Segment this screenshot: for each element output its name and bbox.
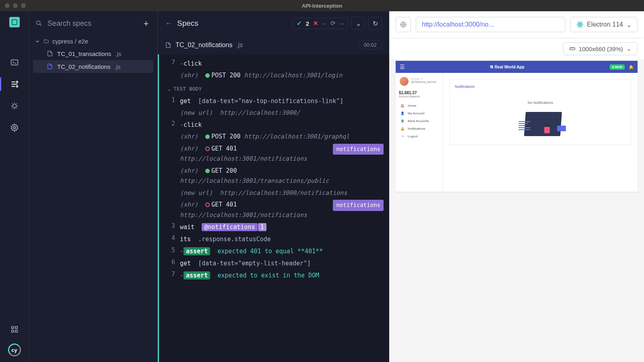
window-close-icon[interactable] — [5, 3, 10, 8]
log-newurl-row[interactable]: (new url) http://localhost:3000/ — [159, 107, 389, 119]
alias-badge: notifications — [333, 144, 384, 155]
spec-duration: 00:02 — [358, 40, 382, 50]
check-icon: ✓ — [297, 20, 302, 27]
log-xhr-row[interactable]: (xhr) POST 200 http://localhost:3001/log… — [159, 70, 389, 82]
browser-selector[interactable]: Electron 114 ⌄ — [570, 17, 638, 32]
aut-handle: @Katharina_Bernier — [411, 81, 437, 83]
window-title: API-Interception — [302, 3, 342, 9]
aut-sidebar: Edgar J @Katharina_Bernier $1,681.37 Acc… — [396, 73, 443, 192]
spec-file-item[interactable]: TC_02_notifications.js — [33, 60, 153, 73]
log-xhr-row[interactable]: (xhr) GET 200 http://localhost:3001/tran… — [159, 165, 389, 187]
svg-point-12 — [580, 24, 581, 25]
settings-nav-icon[interactable] — [9, 122, 20, 133]
log-command-row[interactable]: 3wait @notifications1 — [159, 221, 389, 233]
chevron-down-icon — [35, 39, 40, 44]
aut-header: ☰ ⧉Real World App $ NEW 🔔 — [396, 61, 638, 73]
nav-item-icon: 🏠 — [400, 104, 405, 108]
nav-item-icon: 👤 — [400, 112, 405, 115]
aut-frame[interactable]: ☰ ⧉Real World App $ NEW 🔔 Edgar J @Katha… — [396, 61, 638, 192]
log-xhr-row[interactable]: notifications(xhr) GET 401 http://localh… — [159, 199, 389, 221]
file-icon — [47, 63, 53, 70]
log-command-row[interactable]: 4its .response.statusCode — [159, 233, 389, 245]
aut-url[interactable]: http://localhost:3000/no... — [416, 17, 566, 32]
hamburger-icon[interactable]: ☰ — [400, 64, 405, 70]
ruler-icon — [569, 46, 576, 52]
nav-item-icon: 🏦 — [400, 119, 405, 123]
log-command-row[interactable]: 6get [data-test="empty-list-header"] — [159, 257, 389, 269]
svg-point-1 — [16, 81, 18, 83]
aut-balance: $1,681.37 — [399, 91, 440, 95]
nav-item-label: Home — [408, 104, 416, 108]
viewport-selector[interactable]: 1000x660 (39%) ⌄ — [563, 42, 638, 55]
svg-point-11 — [402, 24, 405, 26]
log-command-row[interactable]: 2-click — [159, 119, 389, 131]
nav-item-label: My Account — [408, 112, 424, 115]
log-step-num: 5 — [168, 246, 175, 256]
aut-notifications-card: Notifications No Notifications — [450, 79, 631, 145]
svg-rect-8 — [15, 330, 17, 333]
log-xhr-row[interactable]: notifications(xhr) GET 401 http://localh… — [159, 143, 389, 165]
spec-file-item[interactable]: TC_01_transactions.js — [33, 47, 153, 60]
svg-point-3 — [12, 104, 16, 108]
keyboard-icon[interactable] — [9, 324, 20, 335]
debug-nav-icon[interactable] — [9, 101, 20, 111]
folder-icon — [43, 39, 49, 44]
nav-item-icon: ↪ — [400, 134, 405, 138]
nav-item-label: Notifications — [408, 127, 425, 130]
project-logo-icon[interactable] — [9, 17, 20, 27]
svg-rect-7 — [11, 330, 14, 333]
log-section-header[interactable]: ⌄ TEST BODY — [159, 82, 389, 95]
aut-nav-item[interactable]: 👤My Account — [399, 110, 440, 117]
svg-point-4 — [13, 126, 16, 129]
svg-point-2 — [16, 86, 18, 87]
log-command-row[interactable]: 1get [data-test="nav-top-notifications-l… — [159, 95, 389, 107]
chevron-down-button[interactable]: ⌄ — [351, 17, 365, 30]
aut-username: Edgar J — [411, 77, 437, 81]
specs-nav-icon[interactable] — [9, 57, 20, 68]
aut-empty-text: No Notifications — [455, 101, 626, 105]
nav-item-label: Logout — [408, 134, 417, 138]
avatar[interactable] — [400, 77, 409, 86]
cypress-logo-icon[interactable]: cy — [8, 343, 21, 356]
viewport-label: 1000x660 (39%) — [579, 46, 623, 52]
aut-nav-item[interactable]: 🏠Home — [399, 102, 440, 110]
svg-rect-5 — [11, 327, 14, 329]
spec-search-input[interactable]: Search specs — [47, 19, 136, 28]
x-icon: ✕ — [313, 20, 318, 27]
command-log[interactable]: 7-click(xhr) POST 200 http://localhost:3… — [158, 54, 389, 362]
window-max-icon[interactable] — [21, 3, 26, 8]
nav-item-label: Bank Accounts — [408, 119, 429, 123]
chevron-down-icon: ⌄ — [168, 86, 171, 92]
aut-new-button[interactable]: $ NEW — [610, 64, 625, 70]
spec-file-name: TC_02_notifications — [57, 63, 111, 70]
runs-nav-icon[interactable] — [9, 79, 20, 89]
aut-nav-item[interactable]: 🏦Bank Accounts — [399, 117, 440, 125]
aut-nav-item[interactable]: ↪Logout — [399, 132, 440, 140]
log-step-num: 4 — [168, 234, 175, 244]
spec-sidebar: Search specs + cypress / e2e TC_01_trans… — [29, 11, 158, 362]
window-min-icon[interactable] — [13, 3, 18, 8]
spec-file-ext: .js — [115, 63, 121, 70]
failed-count: -- — [322, 20, 326, 27]
folder-name: cypress / e2e — [52, 38, 88, 45]
log-command-row[interactable]: 7-click — [159, 58, 389, 70]
new-spec-button[interactable]: + — [141, 19, 151, 28]
empty-illustration-icon — [518, 110, 563, 140]
alias-badge: notifications — [333, 200, 384, 211]
pending-count: -- — [340, 20, 344, 27]
log-xhr-row[interactable]: (xhr) POST 200 http://localhost:3001/gra… — [159, 131, 389, 143]
reload-button[interactable]: ↻ — [368, 17, 382, 30]
aut-nav-item[interactable]: 🔔Notifications — [399, 125, 440, 132]
log-newurl-row[interactable]: (new url) http://localhost:3000/notifica… — [159, 187, 389, 199]
spec-filename: TC_02_notifications — [175, 41, 232, 49]
log-command-row[interactable]: 5-assert expected 401 to equal **401** — [159, 245, 389, 257]
spec-folder[interactable]: cypress / e2e — [33, 35, 153, 47]
log-step-num: 1 — [168, 96, 175, 106]
chevron-down-icon: ⌄ — [626, 45, 632, 52]
bell-icon[interactable]: 🔔 — [629, 65, 634, 69]
log-command-row[interactable]: 7-assert expected to exist in the DOM — [159, 269, 389, 281]
specs-back-button[interactable]: ← — [165, 19, 172, 28]
nav-rail: cy — [0, 11, 29, 362]
selector-playground-button[interactable] — [396, 17, 411, 32]
log-step-num: 2 — [168, 120, 175, 130]
